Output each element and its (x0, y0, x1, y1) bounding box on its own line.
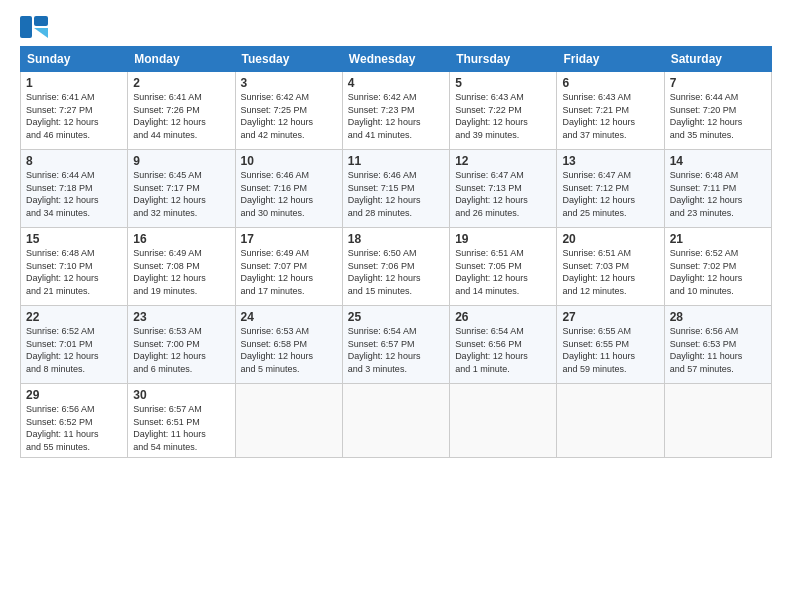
day-info: Sunrise: 6:52 AMSunset: 7:01 PMDaylight:… (26, 325, 122, 375)
day-info: Sunrise: 6:44 AMSunset: 7:20 PMDaylight:… (670, 91, 766, 141)
day-number: 27 (562, 310, 658, 324)
table-row: 5Sunrise: 6:43 AMSunset: 7:22 PMDaylight… (450, 72, 557, 150)
table-row: 13Sunrise: 6:47 AMSunset: 7:12 PMDayligh… (557, 150, 664, 228)
table-row: 8Sunrise: 6:44 AMSunset: 7:18 PMDaylight… (21, 150, 128, 228)
day-info: Sunrise: 6:49 AMSunset: 7:08 PMDaylight:… (133, 247, 229, 297)
day-info: Sunrise: 6:51 AMSunset: 7:03 PMDaylight:… (562, 247, 658, 297)
day-info: Sunrise: 6:51 AMSunset: 7:05 PMDaylight:… (455, 247, 551, 297)
header (20, 16, 772, 38)
day-number: 17 (241, 232, 337, 246)
day-info: Sunrise: 6:56 AMSunset: 6:52 PMDaylight:… (26, 403, 122, 453)
table-row: 15Sunrise: 6:48 AMSunset: 7:10 PMDayligh… (21, 228, 128, 306)
table-row: 4Sunrise: 6:42 AMSunset: 7:23 PMDaylight… (342, 72, 449, 150)
calendar-row: 15Sunrise: 6:48 AMSunset: 7:10 PMDayligh… (21, 228, 772, 306)
calendar-row: 1Sunrise: 6:41 AMSunset: 7:27 PMDaylight… (21, 72, 772, 150)
table-row (235, 384, 342, 458)
day-number: 1 (26, 76, 122, 90)
day-info: Sunrise: 6:57 AMSunset: 6:51 PMDaylight:… (133, 403, 229, 453)
day-info: Sunrise: 6:55 AMSunset: 6:55 PMDaylight:… (562, 325, 658, 375)
table-row: 23Sunrise: 6:53 AMSunset: 7:00 PMDayligh… (128, 306, 235, 384)
calendar-row: 22Sunrise: 6:52 AMSunset: 7:01 PMDayligh… (21, 306, 772, 384)
day-info: Sunrise: 6:53 AMSunset: 6:58 PMDaylight:… (241, 325, 337, 375)
col-sunday: Sunday (21, 47, 128, 72)
table-row: 17Sunrise: 6:49 AMSunset: 7:07 PMDayligh… (235, 228, 342, 306)
day-info: Sunrise: 6:46 AMSunset: 7:15 PMDaylight:… (348, 169, 444, 219)
table-row: 22Sunrise: 6:52 AMSunset: 7:01 PMDayligh… (21, 306, 128, 384)
calendar-container: Sunday Monday Tuesday Wednesday Thursday… (0, 0, 792, 468)
day-info: Sunrise: 6:45 AMSunset: 7:17 PMDaylight:… (133, 169, 229, 219)
day-number: 2 (133, 76, 229, 90)
day-info: Sunrise: 6:52 AMSunset: 7:02 PMDaylight:… (670, 247, 766, 297)
col-saturday: Saturday (664, 47, 771, 72)
table-row: 25Sunrise: 6:54 AMSunset: 6:57 PMDayligh… (342, 306, 449, 384)
table-row: 6Sunrise: 6:43 AMSunset: 7:21 PMDaylight… (557, 72, 664, 150)
table-row: 7Sunrise: 6:44 AMSunset: 7:20 PMDaylight… (664, 72, 771, 150)
col-monday: Monday (128, 47, 235, 72)
col-wednesday: Wednesday (342, 47, 449, 72)
table-row: 9Sunrise: 6:45 AMSunset: 7:17 PMDaylight… (128, 150, 235, 228)
table-row: 30Sunrise: 6:57 AMSunset: 6:51 PMDayligh… (128, 384, 235, 458)
day-number: 4 (348, 76, 444, 90)
svg-rect-0 (20, 16, 32, 38)
day-number: 18 (348, 232, 444, 246)
day-info: Sunrise: 6:42 AMSunset: 7:25 PMDaylight:… (241, 91, 337, 141)
day-number: 30 (133, 388, 229, 402)
day-number: 10 (241, 154, 337, 168)
svg-marker-2 (34, 28, 48, 38)
day-number: 26 (455, 310, 551, 324)
day-number: 3 (241, 76, 337, 90)
day-info: Sunrise: 6:48 AMSunset: 7:10 PMDaylight:… (26, 247, 122, 297)
day-info: Sunrise: 6:48 AMSunset: 7:11 PMDaylight:… (670, 169, 766, 219)
table-row (557, 384, 664, 458)
day-info: Sunrise: 6:54 AMSunset: 6:57 PMDaylight:… (348, 325, 444, 375)
day-number: 23 (133, 310, 229, 324)
day-info: Sunrise: 6:56 AMSunset: 6:53 PMDaylight:… (670, 325, 766, 375)
day-number: 5 (455, 76, 551, 90)
table-row: 3Sunrise: 6:42 AMSunset: 7:25 PMDaylight… (235, 72, 342, 150)
day-number: 11 (348, 154, 444, 168)
table-row (450, 384, 557, 458)
table-row: 27Sunrise: 6:55 AMSunset: 6:55 PMDayligh… (557, 306, 664, 384)
day-info: Sunrise: 6:43 AMSunset: 7:22 PMDaylight:… (455, 91, 551, 141)
col-tuesday: Tuesday (235, 47, 342, 72)
table-row: 2Sunrise: 6:41 AMSunset: 7:26 PMDaylight… (128, 72, 235, 150)
day-number: 16 (133, 232, 229, 246)
table-row: 14Sunrise: 6:48 AMSunset: 7:11 PMDayligh… (664, 150, 771, 228)
day-number: 29 (26, 388, 122, 402)
table-row: 16Sunrise: 6:49 AMSunset: 7:08 PMDayligh… (128, 228, 235, 306)
day-number: 21 (670, 232, 766, 246)
table-row: 19Sunrise: 6:51 AMSunset: 7:05 PMDayligh… (450, 228, 557, 306)
table-row (664, 384, 771, 458)
day-info: Sunrise: 6:41 AMSunset: 7:27 PMDaylight:… (26, 91, 122, 141)
table-row: 10Sunrise: 6:46 AMSunset: 7:16 PMDayligh… (235, 150, 342, 228)
calendar-row: 8Sunrise: 6:44 AMSunset: 7:18 PMDaylight… (21, 150, 772, 228)
table-row (342, 384, 449, 458)
day-number: 24 (241, 310, 337, 324)
day-number: 15 (26, 232, 122, 246)
calendar-header-row: Sunday Monday Tuesday Wednesday Thursday… (21, 47, 772, 72)
day-number: 22 (26, 310, 122, 324)
day-number: 20 (562, 232, 658, 246)
day-info: Sunrise: 6:43 AMSunset: 7:21 PMDaylight:… (562, 91, 658, 141)
table-row: 28Sunrise: 6:56 AMSunset: 6:53 PMDayligh… (664, 306, 771, 384)
day-info: Sunrise: 6:41 AMSunset: 7:26 PMDaylight:… (133, 91, 229, 141)
table-row: 26Sunrise: 6:54 AMSunset: 6:56 PMDayligh… (450, 306, 557, 384)
table-row: 11Sunrise: 6:46 AMSunset: 7:15 PMDayligh… (342, 150, 449, 228)
table-row: 20Sunrise: 6:51 AMSunset: 7:03 PMDayligh… (557, 228, 664, 306)
day-number: 13 (562, 154, 658, 168)
col-friday: Friday (557, 47, 664, 72)
day-info: Sunrise: 6:47 AMSunset: 7:12 PMDaylight:… (562, 169, 658, 219)
day-number: 14 (670, 154, 766, 168)
day-number: 9 (133, 154, 229, 168)
col-thursday: Thursday (450, 47, 557, 72)
day-number: 6 (562, 76, 658, 90)
calendar-row: 29Sunrise: 6:56 AMSunset: 6:52 PMDayligh… (21, 384, 772, 458)
day-number: 7 (670, 76, 766, 90)
table-row: 18Sunrise: 6:50 AMSunset: 7:06 PMDayligh… (342, 228, 449, 306)
logo (20, 16, 52, 38)
day-info: Sunrise: 6:49 AMSunset: 7:07 PMDaylight:… (241, 247, 337, 297)
day-info: Sunrise: 6:42 AMSunset: 7:23 PMDaylight:… (348, 91, 444, 141)
day-info: Sunrise: 6:50 AMSunset: 7:06 PMDaylight:… (348, 247, 444, 297)
day-info: Sunrise: 6:46 AMSunset: 7:16 PMDaylight:… (241, 169, 337, 219)
day-info: Sunrise: 6:54 AMSunset: 6:56 PMDaylight:… (455, 325, 551, 375)
